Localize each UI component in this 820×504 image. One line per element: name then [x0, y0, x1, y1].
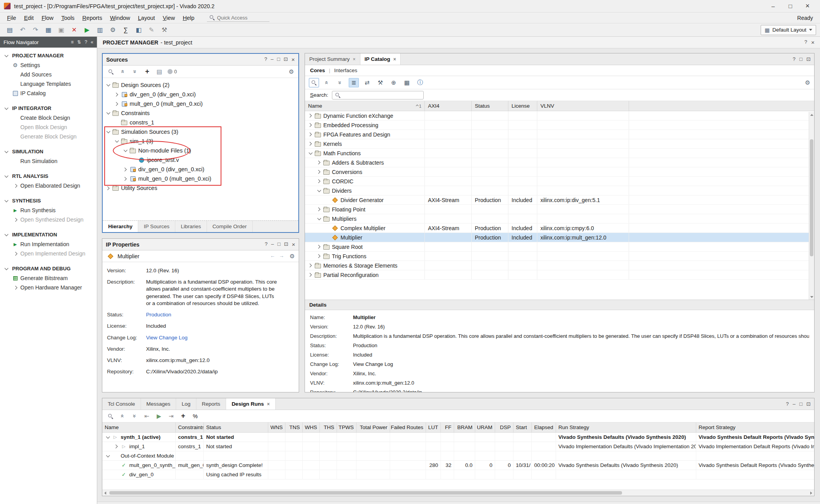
flow-navigator-item[interactable]: Language Templates [0, 79, 97, 89]
column-header[interactable]: Run Strategy [556, 422, 696, 432]
column-header-status[interactable]: Status [472, 101, 508, 111]
menu-item[interactable]: Flow [37, 14, 57, 22]
expander-icon[interactable] [122, 176, 128, 182]
run-icon[interactable] [81, 25, 93, 35]
catalog-search-input[interactable] [343, 92, 413, 98]
catalog-row[interactable]: Conversions [305, 167, 814, 177]
catalog-row[interactable]: Dynamic Function eXchange [305, 111, 814, 121]
flow-navigator-item[interactable]: Run Implementation [0, 240, 97, 249]
tree-item[interactable]: mult_gen_0 (mult_gen_0.xci) [103, 99, 298, 108]
maximize-icon[interactable] [277, 241, 280, 248]
flow-navigator-item[interactable]: Open Hardware Manager [0, 283, 97, 292]
add-sources-icon[interactable] [143, 68, 151, 76]
expander-icon[interactable] [113, 444, 119, 450]
expander-icon[interactable] [307, 141, 314, 147]
expander-icon[interactable] [122, 166, 128, 172]
tree-item[interactable]: Design Sources (2) [103, 80, 298, 90]
vertical-scrollbar[interactable] [809, 112, 814, 300]
column-header[interactable]: URAM [475, 422, 495, 432]
help-icon[interactable] [786, 401, 789, 407]
flow-navigator-item[interactable]: Open Block Design [0, 122, 97, 132]
flow-navigator-item[interactable]: Settings [0, 60, 97, 70]
column-header[interactable]: WNS [268, 422, 285, 432]
catalog-row[interactable]: Adders & Subtracters [305, 158, 814, 167]
expander-icon[interactable] [114, 138, 120, 144]
scroll-up-icon[interactable] [809, 112, 814, 117]
toggle-tree-icon[interactable] [71, 39, 74, 45]
expand-collapse-icon[interactable] [77, 39, 81, 45]
minimize-icon[interactable] [271, 56, 273, 63]
column-header[interactable]: LUT [426, 422, 441, 432]
settings-gear-icon[interactable] [107, 25, 119, 35]
scroll-right-icon[interactable] [808, 490, 814, 495]
compare-parts-icon[interactable] [362, 78, 372, 87]
flow-navigator-item[interactable]: Run Simulation [0, 156, 97, 166]
search-icon[interactable] [107, 68, 115, 76]
bottom-tab[interactable]: Log [176, 398, 196, 410]
tree-item[interactable]: div_gen_0 (div_gen_0.xci) [103, 165, 298, 174]
float-icon[interactable] [806, 401, 811, 407]
help-icon[interactable] [85, 39, 87, 45]
catalog-row[interactable]: Kernels [305, 139, 814, 149]
horizontal-scrollbar-thumb[interactable] [109, 491, 622, 495]
expander-icon[interactable] [316, 206, 322, 213]
flow-section-header[interactable]: PROJECT MANAGER [0, 51, 97, 60]
scroll-down-icon[interactable] [809, 294, 814, 300]
expander-icon[interactable] [113, 462, 119, 469]
flow-navigator-item[interactable]: Generate Block Design [0, 132, 97, 141]
reset-run-icon[interactable] [143, 412, 151, 420]
customize-ip-icon[interactable] [375, 78, 385, 87]
maximize-icon[interactable] [799, 56, 802, 62]
catalog-row[interactable]: Complex Multiplier AXI4-Stream Productio… [305, 224, 814, 233]
catalog-row[interactable]: Multiplier Production Included xilinx.co… [305, 233, 814, 242]
help-icon[interactable] [804, 39, 807, 46]
sources-panel-title-bar[interactable]: Sources [103, 54, 298, 66]
quick-access-input[interactable] [217, 15, 264, 21]
catalog-row[interactable]: Square Root [305, 242, 814, 252]
maximize-window-icon[interactable] [782, 1, 799, 11]
flow-section-header[interactable]: PROGRAM AND DEBUG [0, 264, 97, 273]
flow-section-header[interactable]: IP INTEGRATOR [0, 103, 97, 113]
redo-icon[interactable] [30, 25, 41, 35]
design-run-row[interactable]: div_gen_0 Using cached IP results [102, 470, 814, 479]
expander-icon[interactable] [307, 113, 314, 119]
column-header[interactable]: TNS [285, 422, 303, 432]
design-run-row[interactable]: impl_1 constrs_1Not startedVivado Implem… [102, 442, 814, 451]
catalog-row[interactable]: Partial Reconfiguration [305, 270, 814, 280]
tree-item[interactable]: div_gen_0 (div_gen_0.xci) [103, 90, 298, 99]
sum-icon[interactable] [120, 25, 132, 35]
search-icon[interactable] [309, 78, 319, 87]
expander-icon[interactable] [307, 263, 314, 269]
document-tab[interactable]: IP Catalog [360, 53, 401, 65]
column-header[interactable]: FF [441, 422, 454, 432]
flow-navigator-item[interactable]: Create Block Design [0, 113, 97, 122]
expander-icon[interactable] [113, 472, 119, 478]
bottom-tab[interactable]: Reports [196, 398, 226, 410]
column-header[interactable]: Failed Routes [390, 422, 426, 432]
expander-icon[interactable] [105, 129, 111, 135]
expander-icon[interactable] [114, 119, 120, 126]
close-tab-icon[interactable] [393, 57, 396, 62]
settings-gear-icon[interactable] [290, 253, 295, 260]
tree-item[interactable]: Constraints [103, 108, 298, 118]
flow-section-header[interactable]: IMPLEMENTATION [0, 230, 97, 240]
close-icon[interactable] [811, 39, 815, 46]
column-header-vlnv[interactable]: VLNV [537, 101, 629, 111]
column-header[interactable]: THS [320, 422, 337, 432]
catalog-row[interactable]: Multipliers [305, 214, 814, 224]
tree-item[interactable]: constrs_1 [103, 118, 298, 127]
expander-icon[interactable] [105, 82, 111, 88]
menu-item[interactable]: Layout [134, 14, 159, 22]
catalog-search-box[interactable] [332, 91, 424, 99]
launch-run-icon[interactable] [155, 412, 163, 420]
stop-icon[interactable] [68, 25, 80, 35]
close-icon[interactable] [292, 241, 295, 248]
bottom-tab[interactable]: Messages [141, 398, 176, 410]
column-header[interactable]: WHS [303, 422, 320, 432]
expander-icon[interactable] [324, 197, 331, 203]
horizontal-scrollbar[interactable] [102, 490, 814, 496]
expander-icon[interactable] [105, 185, 111, 191]
expander-icon[interactable] [324, 234, 331, 241]
vertical-scrollbar-thumb[interactable] [810, 139, 813, 256]
expander-icon[interactable] [105, 453, 111, 459]
